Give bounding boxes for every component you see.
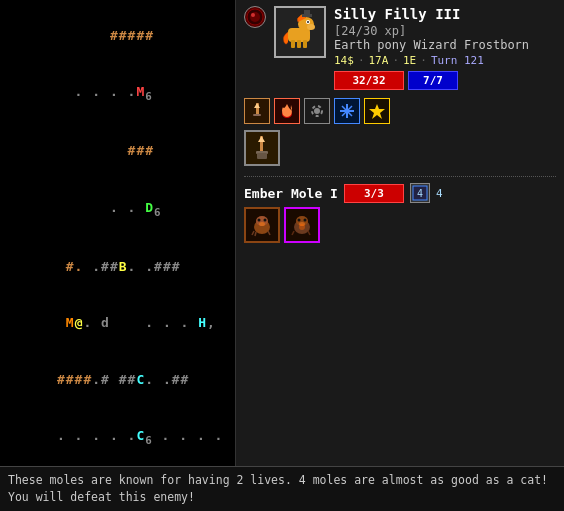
map-panel: ##### . . . .M6 ### . . D6 #. .##B. .###… [0,0,235,466]
char-name: Silly Filly III [334,6,556,22]
map-line-2: . . . .M6 [4,65,231,124]
map-char: . . . . . [57,428,136,443]
main-area: ##### . . . .M6 ### . . D6 #. .##B. .###… [0,0,564,466]
stat-attack: 17A [369,54,389,67]
map-char: 6 [145,84,153,99]
svg-text:4: 4 [417,188,423,199]
map-char: 6 [154,200,162,215]
map-char: D [145,200,154,215]
svg-line-44 [292,231,294,235]
inventory-row [244,130,556,166]
svg-marker-25 [258,136,265,142]
svg-rect-8 [291,40,295,48]
bottom-message: These moles are known for having 2 lives… [0,466,564,512]
map-char: , [207,315,216,330]
map-char: C [136,372,145,387]
svg-point-2 [251,13,255,17]
svg-point-42 [304,219,307,222]
svg-marker-23 [369,104,385,119]
mp-bar: 7/7 [408,71,458,90]
ability-attack[interactable] [244,98,270,124]
map-char: . . [57,200,145,215]
map-line-6: M@. d . . . H, [4,296,231,353]
xp-close: ] [399,24,406,38]
map-char: . .## [145,372,189,387]
svg-rect-12 [304,10,310,16]
stat-sep-1: · [358,54,365,67]
enemy-item-1[interactable] [244,207,280,243]
enemy-items-row [244,207,556,243]
stat-sep-2: · [392,54,399,67]
map-char: .# ## [92,372,136,387]
svg-point-32 [259,222,265,226]
svg-point-43 [299,224,305,230]
svg-line-37 [268,231,270,235]
map-char [57,28,110,43]
map-char: ### [128,143,154,158]
map-char: ##### [110,28,154,43]
bars-row: 32/32 7/7 [334,71,556,90]
map-char: . d . . . [83,315,198,330]
svg-point-7 [307,21,309,23]
ability-gear[interactable] [304,98,330,124]
enemy-count: 4 [436,187,443,200]
map-char: C [136,428,145,443]
xp-value: 24/30 xp [341,24,399,38]
svg-line-45 [308,231,310,235]
map-line-7: ####.# ##C. .## [4,352,231,409]
enemy-section: Ember Mole I 3/3 4 4 [244,176,556,243]
map-char: B [119,259,128,274]
map-char: M [57,315,75,330]
map-line-1: ##### [4,8,231,65]
char-orb-icon [244,6,266,28]
enemy-hp-bar: 3/3 [344,184,404,203]
stat-armor: 1E [403,54,416,67]
char-class: Earth pony Wizard Frostborn [334,38,556,52]
map-char: . .### [128,259,181,274]
enemy-item-2[interactable] [284,207,320,243]
svg-rect-15 [253,114,261,116]
ability-fire[interactable] [274,98,300,124]
svg-line-36 [255,232,256,236]
abilities-row [244,98,556,124]
enemy-count-icon: 4 [410,183,430,203]
enemy-name: Ember Mole I [244,186,338,201]
char-avatar [274,6,326,58]
char-stats-row: 14$ · 17A · 1E · Turn 121 [334,54,556,67]
map-char: 6 [145,428,153,443]
right-panel: Silly Filly III [24/30 xp] Earth pony Wi… [235,0,564,466]
map-line-8: . . . . .C6 . . . . . T8 [4,409,231,466]
inventory-slot-1[interactable] [244,130,280,166]
svg-rect-10 [303,40,307,48]
map-line-4: . . D6 [4,180,231,239]
ability-ice[interactable] [334,98,360,124]
svg-point-1 [250,12,260,22]
map-char: #### [57,372,92,387]
map-char: . . . . [57,84,136,99]
svg-point-17 [314,108,320,114]
map-line-5: #. .##B. .### [4,239,231,296]
map-char: .## [83,259,118,274]
stat-gold: 14$ [334,54,354,67]
hp-bar: 32/32 [334,71,404,90]
stat-sep-3: · [420,54,427,67]
svg-marker-14 [254,103,260,108]
char-xp: [24/30 xp] [334,24,556,38]
enemy-header: Ember Mole I 3/3 4 4 [244,183,556,203]
char-info: Silly Filly III [24/30 xp] Earth pony Wi… [334,6,556,90]
svg-point-33 [258,219,261,222]
map-char: . . . . . [153,428,235,443]
message-line-1: These moles are known for having 2 lives… [8,472,556,489]
map-char [57,143,128,158]
map-char: M [136,84,145,99]
char-header: Silly Filly III [24/30 xp] Earth pony Wi… [244,6,556,90]
map-char: #. [57,259,83,274]
svg-rect-9 [297,40,301,48]
svg-point-41 [298,219,301,222]
pony-sprite [278,10,322,54]
turn-counter: Turn 121 [431,54,484,67]
svg-point-34 [264,219,267,222]
map-char: H [198,315,207,330]
ability-special[interactable] [364,98,390,124]
svg-rect-27 [257,153,267,159]
